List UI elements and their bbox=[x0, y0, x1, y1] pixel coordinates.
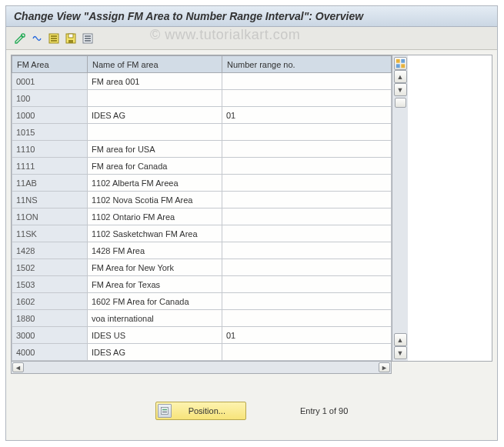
horizontal-scrollbar: ◄ ► bbox=[11, 362, 392, 374]
cell-number-range[interactable] bbox=[222, 242, 392, 259]
scroll-step-down-icon[interactable]: ▼ bbox=[394, 83, 407, 96]
cell-number-range[interactable] bbox=[222, 158, 392, 175]
content-area: FM Area Name of FM area Number range no.… bbox=[6, 50, 497, 440]
table-row[interactable]: 0001FM area 001 bbox=[12, 73, 392, 90]
cell-number-range[interactable] bbox=[222, 276, 392, 293]
svg-rect-10 bbox=[85, 38, 91, 39]
cell-fm-area: 100 bbox=[12, 90, 88, 107]
select-all-icon[interactable] bbox=[46, 31, 62, 46]
cell-number-range[interactable] bbox=[222, 344, 392, 361]
svg-rect-9 bbox=[85, 35, 91, 37]
scroll-down-icon[interactable]: ▼ bbox=[394, 346, 407, 359]
cell-name: FM Area for New York bbox=[88, 259, 222, 276]
table-row[interactable]: 11ON1102 Ontario FM Area bbox=[12, 208, 392, 225]
title-bar: Change View "Assign FM Area to Number Ra… bbox=[6, 6, 497, 27]
footer-bar: Position... Entry 1 of 90 bbox=[11, 391, 492, 435]
cell-name bbox=[88, 124, 222, 141]
scroll-thumb[interactable] bbox=[395, 98, 406, 108]
cell-number-range[interactable] bbox=[222, 293, 392, 310]
cell-number-range[interactable] bbox=[222, 310, 392, 327]
cell-number-range[interactable] bbox=[222, 192, 392, 208]
table-row[interactable]: 1110FM area for USA bbox=[12, 141, 392, 158]
svg-rect-7 bbox=[68, 40, 73, 43]
cell-fm-area: 11ON bbox=[12, 208, 88, 225]
svg-rect-12 bbox=[396, 59, 399, 63]
cell-number-range[interactable]: 01 bbox=[222, 327, 392, 344]
scroll-up-icon[interactable]: ▲ bbox=[394, 70, 407, 83]
col-name[interactable]: Name of FM area bbox=[88, 56, 222, 73]
cell-fm-area: 1000 bbox=[12, 107, 88, 124]
cell-fm-area: 1880 bbox=[12, 310, 88, 327]
cell-fm-area: 1428 bbox=[12, 242, 88, 259]
fm-area-table: FM Area Name of FM area Number range no.… bbox=[12, 55, 392, 361]
cell-name: FM area for Canada bbox=[88, 158, 222, 175]
save-icon[interactable] bbox=[63, 31, 78, 46]
scroll-step-up-icon[interactable]: ▲ bbox=[394, 333, 407, 346]
table-row[interactable]: 1000IDES AG01 bbox=[12, 107, 392, 124]
table-row[interactable]: 11SK1102 Sasketchwan FM Area bbox=[12, 225, 392, 242]
scroll-right-icon[interactable]: ► bbox=[379, 362, 390, 372]
cell-name: IDES AG bbox=[88, 107, 222, 124]
entry-count-text: Entry 1 of 90 bbox=[300, 406, 348, 415]
cell-fm-area: 1503 bbox=[12, 276, 88, 293]
cell-name: FM area for USA bbox=[88, 141, 222, 158]
cell-number-range[interactable] bbox=[222, 208, 392, 225]
table-control: FM Area Name of FM area Number range no.… bbox=[11, 55, 492, 362]
table-row[interactable]: 100 bbox=[12, 90, 392, 107]
toggle-display-change-icon[interactable] bbox=[12, 31, 28, 46]
table-row[interactable]: 11NS1102 Nova Scotia FM Area bbox=[12, 192, 392, 208]
cell-fm-area: 11SK bbox=[12, 225, 88, 242]
vertical-scrollbar: ▲ ▼ ▲ ▼ bbox=[392, 55, 408, 361]
cell-name: 1102 Alberta FM Areea bbox=[88, 175, 222, 192]
svg-rect-2 bbox=[51, 35, 57, 37]
table-row[interactable]: 4000IDES AG bbox=[12, 344, 392, 361]
table-row[interactable]: 14281428 FM Area bbox=[12, 242, 392, 259]
table-body: 0001FM area 0011001000IDES AG0110151110F… bbox=[12, 73, 392, 361]
cell-fm-area: 3000 bbox=[12, 327, 88, 344]
col-nr[interactable]: Number range no. bbox=[222, 56, 392, 73]
table-row[interactable]: 1503FM Area for Texas bbox=[12, 276, 392, 293]
svg-rect-3 bbox=[51, 38, 57, 39]
svg-rect-6 bbox=[68, 34, 73, 38]
cell-number-range[interactable] bbox=[222, 73, 392, 90]
cell-name: 1102 Sasketchwan FM Area bbox=[88, 225, 222, 242]
position-icon bbox=[158, 404, 172, 418]
deselect-all-icon[interactable] bbox=[80, 31, 95, 46]
position-button[interactable]: Position... bbox=[155, 402, 246, 420]
table-header-row: FM Area Name of FM area Number range no. bbox=[12, 56, 392, 73]
table-row[interactable]: 1880voa international bbox=[12, 310, 392, 327]
cell-number-range[interactable]: 01 bbox=[222, 107, 392, 124]
page-title: Change View "Assign FM Area to Number Ra… bbox=[14, 10, 363, 22]
col-fm-area[interactable]: FM Area bbox=[12, 56, 88, 73]
scroll-left-icon[interactable]: ◄ bbox=[12, 362, 24, 372]
sap-screen: Change View "Assign FM Area to Number Ra… bbox=[5, 5, 498, 441]
cell-fm-area: 0001 bbox=[12, 73, 88, 90]
table-row[interactable]: 1502FM Area for New York bbox=[12, 259, 392, 276]
cell-number-range[interactable] bbox=[222, 259, 392, 276]
cell-name: 1602 FM Area for Canada bbox=[88, 293, 222, 310]
cell-name: 1428 FM Area bbox=[88, 242, 222, 259]
cell-name: FM Area for Texas bbox=[88, 276, 222, 293]
table-row[interactable]: 1111FM area for Canada bbox=[12, 158, 392, 175]
svg-rect-13 bbox=[401, 59, 405, 63]
cell-fm-area: 11NS bbox=[12, 192, 88, 208]
cell-fm-area: 11AB bbox=[12, 175, 88, 192]
change-selected-icon[interactable] bbox=[29, 31, 45, 46]
table-row[interactable]: 16021602 FM Area for Canada bbox=[12, 293, 392, 310]
table-row[interactable]: 11AB1102 Alberta FM Areea bbox=[12, 175, 392, 192]
table-row[interactable]: 1015 bbox=[12, 124, 392, 141]
application-toolbar bbox=[6, 27, 497, 50]
cell-number-range[interactable] bbox=[222, 90, 392, 107]
cell-name: 1102 Nova Scotia FM Area bbox=[88, 192, 222, 208]
cell-number-range[interactable] bbox=[222, 225, 392, 242]
table-settings-icon[interactable] bbox=[394, 57, 407, 70]
cell-fm-area: 1015 bbox=[12, 124, 88, 141]
svg-rect-18 bbox=[162, 412, 167, 413]
cell-number-range[interactable] bbox=[222, 124, 392, 141]
cell-number-range[interactable] bbox=[222, 141, 392, 158]
cell-number-range[interactable] bbox=[222, 175, 392, 192]
position-button-label: Position... bbox=[173, 405, 244, 417]
svg-rect-11 bbox=[85, 40, 91, 42]
cell-fm-area: 1110 bbox=[12, 141, 88, 158]
table-row[interactable]: 3000IDES US01 bbox=[12, 327, 392, 344]
